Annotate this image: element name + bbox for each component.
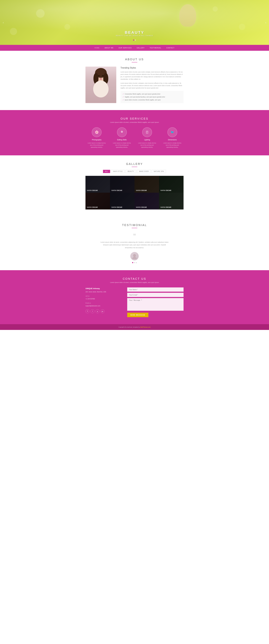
service-item-photography: 🌸 Photography Lorem Ipsum is simply dumm… [87,127,106,148]
send-message-button[interactable]: SEND MESSAGE [127,313,148,317]
gallery-item-2[interactable]: WARM OSCAR [110,176,134,193]
hero-section: ‹ › BEAUTY BEAUTY CAN BE SEEN IN ALL THI… [0,0,269,45]
company-name: UNIQUE Infoway [85,288,123,290]
gallery-item-5[interactable]: WARM OSCAR [85,193,110,210]
about-section: ABOUT US [0,51,269,110]
editing-icon-svg [120,130,124,134]
contact-section: CONTACT US Lorem ipsum dolor sit amet, c… [0,270,269,324]
gallery-label-5: WARM OSCAR [87,206,98,208]
list-item-1: ✓ Consectetur Morbi sagittis, sem quici … [123,92,181,96]
hero-next-arrow[interactable]: › [265,21,266,24]
filter-make-over[interactable]: MAKE OVER [137,170,151,173]
svg-rect-9 [146,131,148,134]
hero-title: BEAUTY [116,30,153,35]
hero-dots [133,40,136,41]
hero-flowers-decoration [0,0,269,45]
contact-section-subtitle: Lorem ipsum dolor sit amet, consectetur … [5,282,264,283]
services-grid: 🌸 Photography Lorem Ipsum is simply dumm… [5,127,264,148]
about-image [85,66,116,103]
service-icon-dimensions: 🐦 [167,127,177,137]
footer-link[interactable]: WebThemez.com [140,326,151,328]
filter-hair-style[interactable]: HAIR STYLE [111,170,125,173]
testimonial-quote-text: Lorem ipsum dolor sit amet, consectetur … [99,241,170,249]
service-item-lighting: Lighting Lorem Ipsum is simply dummy tex… [137,127,157,148]
testimonial-section-title: TESTIMONIAL [5,224,264,227]
hero-dot-2[interactable] [135,40,136,41]
about-section-title: ABOUT US [8,58,261,61]
services-section-title: OUR SERVICES [5,117,264,120]
gallery-item-1[interactable]: WARM OSCAR [85,176,110,193]
google-plus-icon[interactable]: g+ [101,309,104,313]
company-address: 104, Some street, NewYork, USA [85,291,123,293]
about-divider [132,62,137,62]
contact-form: SEND MESSAGE [127,288,184,317]
company-email: support@sitename.com [85,305,123,307]
svg-point-14 [132,257,137,259]
gallery-item-6[interactable]: WARM OSCAR [110,193,134,210]
gallery-item-4[interactable]: WARM OSCAR [159,176,184,193]
services-section-subtitle: Lorem ipsum dolor sit amet, consectetur … [5,122,264,123]
testimonial-dot-3[interactable] [136,262,137,263]
twitter-icon[interactable]: 𝕏 [85,309,89,313]
social-icons-row: 𝕏 f p g+ [85,309,123,313]
svg-point-7 [102,75,104,76]
service-icon-editing [117,127,127,137]
filter-beauty[interactable]: BEAUTY [126,170,136,173]
svg-point-8 [100,78,102,80]
check-icon-3: ✓ [123,99,124,101]
gallery-section: GALLERY ALL HAIR STYLE BEAUTY MAKE OVER … [0,155,269,216]
gallery-item-7[interactable]: WARM OSCAR [134,193,159,210]
nav-item-home[interactable]: HOME [92,45,102,51]
about-para-1: Lorem ipsum dolor sit amet, quis nostro … [120,71,184,80]
form-name-input[interactable] [127,288,184,292]
service-item-editing: Editing Skills Lorem Ipsum is simply dum… [112,127,132,148]
gallery-item-3[interactable]: WARM OSCAR [134,176,159,193]
quote-icon: ❝ [99,232,170,239]
nav-item-about[interactable]: ABOUT ME [102,45,116,51]
call-label: call us [85,295,123,298]
company-phone: +1 234 567890 [85,298,123,300]
gallery-label-7: WARM OSCAR [136,206,147,208]
service-title-lighting: Lighting [137,139,157,141]
nav-item-services[interactable]: OUR SERVICES [116,45,134,51]
hero-prev-arrow[interactable]: ‹ [3,21,4,24]
nav-item-gallery[interactable]: GALLERY [134,45,147,51]
filter-nature-spa[interactable]: NATURE SPA [152,170,166,173]
svg-point-6 [98,75,100,76]
woman-svg [88,68,113,102]
form-email-input[interactable] [127,293,184,297]
gallery-grid: WARM OSCAR WARM OSCAR WARM OSCAR WARM OS… [85,176,184,210]
filter-all[interactable]: ALL [103,170,110,173]
testimonial-dots [99,262,170,263]
testimonial-dot-1[interactable] [132,262,133,263]
avatar-svg [132,253,137,259]
gallery-item-8[interactable]: WARM OSCAR [159,193,184,210]
testimonial-dot-2[interactable] [134,262,135,263]
gallery-filters: ALL HAIR STYLE BEAUTY MAKE OVER NATURE S… [3,170,266,173]
service-desc-lighting: Lorem Ipsum is simply dummy text of the … [137,142,157,148]
form-message-input[interactable] [127,298,184,311]
about-content: Trending Styles Lorem ipsum dolor sit am… [85,66,184,103]
service-title-dimensions: Dimensions [163,139,182,141]
facebook-icon[interactable]: f [90,309,94,313]
hero-image [174,0,202,42]
testimonial-content: ❝ Lorem ipsum dolor sit amet, consectetu… [99,232,170,263]
contact-grid: UNIQUE Infoway 104, Some street, NewYork… [85,288,184,317]
footer-text: Copyright @ smartmart, template by [118,326,140,328]
contact-section-title: CONTACT US [5,277,264,280]
services-section: OUR SERVICES Lorem ipsum dolor sit amet,… [0,110,269,155]
nav-item-testimonial[interactable]: TESTIMONIAL [147,45,164,51]
service-desc-editing: Lorem Ipsum is simply dummy text of the … [112,142,132,148]
hero-dot-1[interactable] [133,40,134,41]
check-icon-1: ✓ [123,93,124,95]
pinterest-icon[interactable]: p [96,309,99,313]
nav-item-contact[interactable]: CONTACT [164,45,177,51]
about-text-block: Trending Styles Lorem ipsum dolor sit am… [120,66,184,103]
about-para-2: Lorem ipsum dolor sit amet, volutpate, e… [120,82,184,89]
hero-text-block: BEAUTY BEAUTY CAN BE SEEN IN ALL THINGS [116,30,153,36]
gallery-section-title: GALLERY [3,162,266,166]
gallery-label-1: WARM OSCAR [87,190,98,191]
testimonial-section: TESTIMONIAL ❝ Lorem ipsum dolor sit amet… [0,216,269,270]
footer: Copyright @ smartmart, template by WebTh… [0,324,269,330]
service-title-editing: Editing Skills [112,139,132,141]
